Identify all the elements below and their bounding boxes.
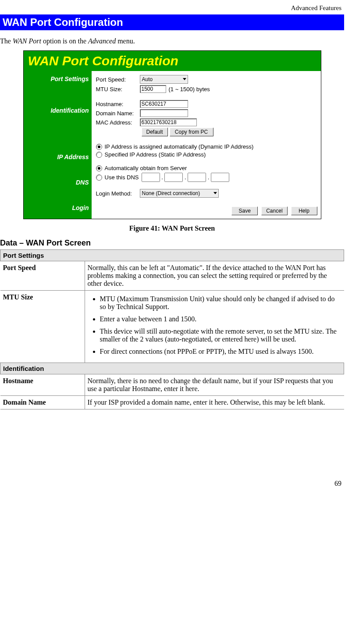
domain-name-label: Domain Name: bbox=[96, 110, 140, 117]
mac-address-input[interactable] bbox=[140, 118, 197, 126]
mac-address-label: MAC Address: bbox=[96, 119, 140, 126]
sidebar-port-settings: Port Settings bbox=[24, 75, 89, 82]
mtu-hint: (1 ~ 1500) bytes bbox=[169, 86, 210, 93]
table-section-port-settings: Port Settings bbox=[0, 250, 344, 261]
intro-suffix: menu. bbox=[116, 37, 135, 45]
intro-em2: Advanced bbox=[88, 37, 116, 45]
row-port-speed-val: Normally, this can be left at "Automatic… bbox=[85, 261, 344, 291]
dns-manual-label: Use this DNS bbox=[105, 174, 139, 181]
row-hostname-key: Hostname bbox=[0, 374, 85, 396]
ip-static-label: Specified IP Address (Static IP Address) bbox=[105, 151, 206, 158]
dns-oct1-input[interactable] bbox=[142, 173, 160, 182]
sidebar-ip-address: IP Address bbox=[24, 114, 89, 160]
hostname-input[interactable] bbox=[140, 100, 188, 108]
domain-name-input[interactable] bbox=[140, 109, 188, 117]
hostname-label: Hostname: bbox=[96, 101, 140, 107]
mtu-bullet-2: Enter a value between 1 and 1500. bbox=[100, 315, 341, 323]
dns-auto-radio[interactable] bbox=[96, 165, 102, 171]
row-domain-key: Domain Name bbox=[0, 396, 85, 409]
mtu-size-label: MTU Size: bbox=[96, 86, 140, 93]
row-hostname-val: Normally, there is no need to change the… bbox=[85, 374, 344, 396]
intro-text: The bbox=[0, 37, 13, 45]
ip-auto-label: IP Address is assigned automatically (Dy… bbox=[105, 143, 254, 150]
screen-sidebar: Port Settings Identification IP Address … bbox=[24, 71, 92, 219]
row-port-speed-key: Port Speed bbox=[0, 261, 85, 291]
row-mtu-val: MTU (Maximum Transmission Unit) value sh… bbox=[85, 291, 344, 363]
intro-em1: WAN Port bbox=[13, 37, 41, 45]
row-mtu-key: MTU Size bbox=[0, 291, 85, 363]
mtu-bullet-1: MTU (Maximum Transmission Unit) value sh… bbox=[100, 295, 341, 311]
help-button[interactable]: Help bbox=[291, 206, 317, 215]
figure-caption: Figure 41: WAN Port Screen bbox=[0, 224, 344, 232]
sidebar-login: Login bbox=[24, 186, 89, 211]
dns-oct3-input[interactable] bbox=[188, 173, 206, 182]
save-button[interactable]: Save bbox=[231, 206, 258, 215]
mtu-bullet-4: For direct connections (not PPPoE or PPT… bbox=[100, 348, 341, 356]
intro-mid: option is on the bbox=[41, 37, 88, 45]
default-button[interactable]: Default bbox=[142, 128, 168, 136]
dns-oct2-input[interactable] bbox=[164, 173, 183, 182]
cancel-button[interactable]: Cancel bbox=[261, 206, 288, 215]
mtu-size-input[interactable] bbox=[140, 85, 166, 93]
dns-manual-radio[interactable] bbox=[96, 174, 102, 181]
ip-static-radio[interactable] bbox=[96, 152, 102, 158]
page-title: WAN Port Configuration bbox=[0, 14, 344, 30]
wan-port-screen: WAN Port Configuration Port Settings Ide… bbox=[23, 50, 321, 219]
intro-paragraph: The WAN Port option is on the Advanced m… bbox=[0, 37, 344, 45]
sidebar-dns: DNS bbox=[24, 160, 89, 186]
page-section-header: Advanced Features bbox=[0, 4, 344, 12]
login-method-select[interactable]: None (Direct connection) bbox=[140, 189, 219, 198]
port-speed-select[interactable]: Auto bbox=[140, 75, 188, 84]
dns-auto-label: Automatically obtain from Server bbox=[105, 165, 187, 171]
sidebar-identification: Identification bbox=[24, 82, 89, 114]
port-speed-label: Port Speed: bbox=[96, 76, 140, 83]
data-subheading: Data – WAN Port Screen bbox=[0, 238, 344, 248]
ip-auto-radio[interactable] bbox=[96, 144, 102, 150]
login-method-label: Login Method: bbox=[96, 190, 140, 197]
data-table: Port Settings Port Speed Normally, this … bbox=[0, 249, 344, 409]
mtu-bullet-3: This device will still auto-negotiate wi… bbox=[100, 327, 341, 343]
row-domain-val: If your ISP provided a domain name, ente… bbox=[85, 396, 344, 409]
screen-title: WAN Port Configuration bbox=[24, 51, 321, 71]
table-section-identification: Identification bbox=[0, 363, 344, 374]
dns-oct4-input[interactable] bbox=[211, 173, 229, 182]
copy-from-pc-button[interactable]: Copy from PC bbox=[170, 128, 213, 136]
page-number: 69 bbox=[0, 480, 344, 487]
